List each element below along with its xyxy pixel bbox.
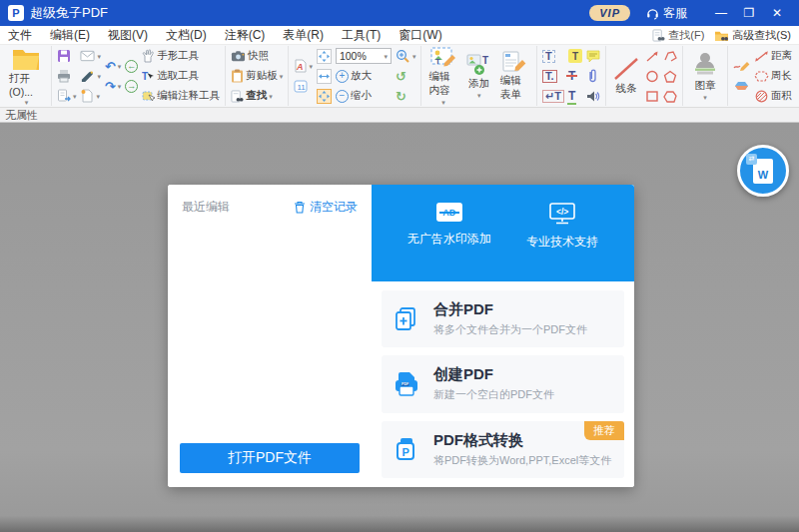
undo-button[interactable]: ↶▾ (103, 56, 123, 76)
rectangle-tool-button[interactable] (643, 86, 661, 106)
polyline-tool-button[interactable] (661, 46, 679, 66)
mail-caret-icon[interactable]: ▾ (97, 53, 101, 60)
strikethrough-button[interactable]: T (566, 66, 584, 86)
note-button[interactable] (584, 46, 602, 66)
hand-tool-button[interactable]: 手形工具 (140, 46, 222, 66)
snapshot-button[interactable]: 快照 (229, 46, 285, 66)
export-caret-icon[interactable]: ▾ (73, 93, 77, 100)
area-tool-button[interactable]: 面积 (752, 86, 794, 106)
find-tool-caret-icon[interactable]: ▾ (269, 93, 273, 100)
menu-window[interactable]: 窗口(W) (399, 27, 441, 44)
menu-file[interactable]: 文件 (8, 27, 32, 44)
stamp-button[interactable]: 图章 ▾ (686, 52, 724, 101)
stamp-tool-button[interactable]: ▾ (78, 66, 103, 86)
text-style-button[interactable]: A▾ (292, 56, 315, 76)
highlight-icon: T (568, 49, 582, 63)
distance-tool-button[interactable]: 距离 (752, 46, 794, 66)
eraser-tool-button[interactable] (731, 76, 752, 96)
sound-button[interactable] (584, 86, 602, 106)
fit-page-button[interactable] (315, 46, 334, 66)
toolbar-group-stamp: 图章 ▾ (683, 46, 728, 106)
vip-badge[interactable]: VIP (589, 5, 630, 21)
minimize-button[interactable]: — (707, 6, 735, 20)
arrow-tool-button[interactable] (643, 46, 661, 66)
new-doc-button[interactable]: ▾ (78, 86, 103, 106)
stamp-caret-icon[interactable]: ▾ (703, 94, 707, 101)
text-style-caret-icon[interactable]: ▾ (309, 63, 313, 70)
customer-service-button[interactable]: 客服 (646, 5, 687, 22)
edit-annotation-tool-button[interactable]: 编辑注释工具 (140, 86, 222, 106)
polygon-tool-button[interactable] (661, 86, 679, 106)
save-button[interactable] (55, 46, 79, 66)
pdf-to-word-float-button[interactable]: ⇄ W (737, 145, 789, 197)
maximize-button[interactable]: ❐ (735, 6, 763, 20)
zoom-out-button[interactable]: −缩小 (334, 86, 394, 106)
highlight-button[interactable]: T (566, 46, 584, 66)
typewriter-button[interactable]: T (540, 46, 566, 66)
promo-tech-support[interactable]: </> 专业技术支持 (526, 203, 598, 251)
perimeter-icon (754, 70, 769, 83)
menu-edit[interactable]: 编辑(E) (50, 27, 90, 44)
zoom-in-button[interactable]: +放大 (334, 66, 394, 86)
select-tool-button[interactable]: T 选取工具 (140, 66, 222, 86)
edit-annotation-tool-label: 编辑注释工具 (157, 89, 220, 103)
create-pdf-card[interactable]: PDF 创建PDF 新建一个空白的PDF文件 (382, 355, 624, 412)
fit-width-button[interactable] (315, 66, 334, 86)
new-doc-caret-icon[interactable]: ▾ (96, 93, 100, 100)
next-view-button[interactable]: → (123, 76, 140, 96)
previous-view-button[interactable]: ← (123, 56, 140, 76)
edit-content-button[interactable]: T 编辑内容 ▾ (424, 47, 461, 106)
rotate-left-button[interactable]: ↺ (394, 66, 418, 86)
clipboard-button[interactable]: 剪贴板 ▾ (229, 66, 285, 86)
add-caret-icon[interactable]: ▾ (477, 92, 481, 99)
attach-button[interactable] (584, 66, 602, 86)
edit-content-caret-icon[interactable]: ▾ (441, 99, 445, 106)
find-tool-icon (231, 90, 244, 103)
merge-pdf-title: 合并PDF (433, 300, 587, 319)
page-number-button[interactable]: 11 (292, 76, 315, 96)
menu-document[interactable]: 文档(D) (166, 27, 207, 44)
redo-button[interactable]: ↷▾ (103, 76, 123, 96)
line-tool-button[interactable]: 线条 (609, 57, 643, 96)
redo-caret-icon[interactable]: ▾ (118, 83, 122, 90)
mail-button[interactable]: ▾ (78, 46, 103, 66)
oval-tool-button[interactable] (643, 66, 661, 86)
toolbar-group-measure: 距离 周长 面积 (728, 46, 797, 106)
menu-form[interactable]: 表单(R) (283, 27, 324, 44)
menu-view[interactable]: 视图(V) (108, 27, 148, 44)
zoom-level-combobox[interactable]: 100%▾ (334, 46, 394, 66)
word-doc-icon: ⇄ W (753, 159, 773, 184)
perimeter-tool-button[interactable]: 周长 (752, 66, 794, 86)
open-pdf-file-button[interactable]: 打开PDF文件 (180, 443, 360, 473)
find-tool-button[interactable]: 查找 ▾ (229, 86, 285, 106)
edit-form-button[interactable]: 编辑表单 (496, 51, 533, 102)
merge-pdf-card[interactable]: 合并PDF 将多个文件合并为一个PDF文件 (382, 290, 624, 347)
textbox-button[interactable]: T. (540, 66, 566, 86)
pencil-tool-button[interactable] (731, 56, 752, 76)
export-doc-icon (57, 89, 71, 103)
open-button[interactable]: 打开(O)... ▾ (5, 47, 48, 106)
svg-text:</>: </> (556, 207, 568, 217)
undo-caret-icon[interactable]: ▾ (118, 63, 122, 70)
rotate-right-button[interactable]: ↻ (394, 86, 418, 106)
print-button[interactable] (55, 66, 79, 86)
open-caret-icon[interactable]: ▾ (25, 99, 29, 106)
actual-size-button[interactable] (315, 86, 334, 106)
export-button[interactable]: ▾ (55, 86, 79, 106)
clipboard-caret-icon[interactable]: ▾ (280, 73, 284, 80)
clear-history-button[interactable]: 清空记录 (294, 199, 358, 216)
convert-pdf-card[interactable]: 推荐 P PDF格式转换 将PDF转换为Word,PPT,Excel等文件 (382, 421, 624, 478)
add-button[interactable]: T 添加 ▾ (462, 54, 496, 99)
pentagon-tool-button[interactable] (661, 66, 679, 86)
underline-button[interactable]: T (566, 86, 584, 106)
promo-no-ads[interactable]: AD 无广告水印添加 (407, 203, 491, 248)
close-button[interactable]: ✕ (763, 6, 791, 20)
menu-tools[interactable]: 工具(T) (342, 27, 381, 44)
marquee-zoom-caret-icon[interactable]: ▾ (412, 53, 416, 60)
marquee-zoom-button[interactable]: ▾ (394, 46, 418, 66)
callout-button[interactable]: ↵T (540, 86, 566, 106)
advanced-find-button[interactable]: 高级查找(S) (714, 28, 791, 43)
find-button[interactable]: 查找(F) (652, 28, 704, 43)
menu-annotate[interactable]: 注释(C) (225, 27, 266, 44)
stamp-tool-caret-icon[interactable]: ▾ (97, 73, 101, 80)
